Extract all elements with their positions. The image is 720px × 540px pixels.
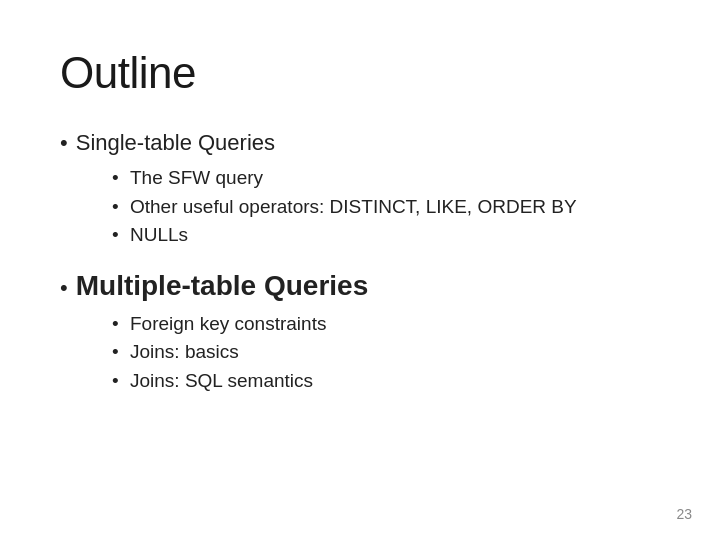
section-multiple-table: • Multiple-table Queries Foreign key con…	[60, 270, 660, 396]
section-multiple-table-header: • Multiple-table Queries	[60, 270, 660, 302]
list-item: Foreign key constraints	[112, 310, 660, 339]
list-item: Joins: basics	[112, 338, 660, 367]
bullet-outer-multiple: •	[60, 275, 68, 301]
multiple-table-sublist: Foreign key constraints Joins: basics Jo…	[60, 310, 660, 396]
section-single-table: • Single-table Queries The SFW query Oth…	[60, 130, 660, 250]
slide: Outline • Single-table Queries The SFW q…	[0, 0, 720, 540]
list-item: Other useful operators: DISTINCT, LIKE, …	[112, 193, 660, 222]
list-item: Joins: SQL semantics	[112, 367, 660, 396]
slide-title: Outline	[60, 48, 660, 98]
list-item: The SFW query	[112, 164, 660, 193]
section-single-table-title: Single-table Queries	[76, 130, 275, 156]
single-table-sublist: The SFW query Other useful operators: DI…	[60, 164, 660, 250]
section-multiple-table-title: Multiple-table Queries	[76, 270, 369, 302]
bullet-outer-single: •	[60, 130, 68, 156]
section-single-table-header: • Single-table Queries	[60, 130, 660, 156]
page-number: 23	[676, 506, 692, 522]
list-item: NULLs	[112, 221, 660, 250]
